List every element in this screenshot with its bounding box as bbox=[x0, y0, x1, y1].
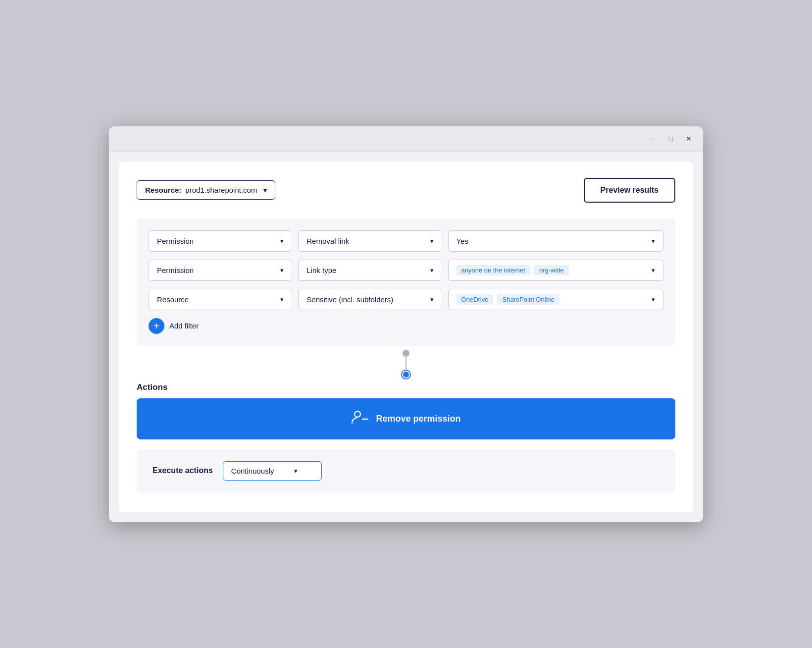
execute-dropdown-chevron: ▾ bbox=[294, 467, 298, 475]
top-bar: Resource: prod1.sharepoint.com ▾ Preview… bbox=[137, 178, 675, 203]
tag-org-wide: org-wide bbox=[534, 265, 569, 275]
filter-row-1: Permission ▾ Removal link ▾ Yes ▾ bbox=[149, 230, 663, 252]
tag-onedrive: OneDrive bbox=[457, 294, 494, 305]
filter-row-2: Permission ▾ Link type ▾ anyone on the i… bbox=[149, 260, 663, 281]
preview-results-button[interactable]: Preview results bbox=[584, 178, 675, 203]
execute-label: Execute actions bbox=[152, 466, 213, 475]
add-filter-row[interactable]: + Add filter bbox=[149, 318, 663, 334]
connector-top-dot bbox=[403, 350, 409, 357]
filter-link-type-label: Link type bbox=[306, 266, 336, 274]
minimize-button[interactable]: ─ bbox=[648, 133, 659, 144]
execute-dropdown[interactable]: Continuously ▾ bbox=[223, 461, 322, 481]
filter-resource[interactable]: Resource ▾ bbox=[149, 289, 292, 310]
remove-permission-button[interactable]: Remove permission bbox=[137, 398, 675, 439]
filter-sensitive-chevron: ▾ bbox=[430, 296, 434, 303]
actions-section: Actions Remove permission bbox=[137, 382, 675, 439]
filter-permission-2-label: Permission bbox=[157, 266, 194, 274]
filter-resource-tags-chevron: ▾ bbox=[652, 296, 655, 303]
filter-removal-link-label: Removal link bbox=[306, 237, 349, 245]
main-content: Resource: prod1.sharepoint.com ▾ Preview… bbox=[119, 162, 693, 512]
filter-yes-label: Yes bbox=[457, 237, 468, 245]
remove-permission-label: Remove permission bbox=[376, 414, 460, 424]
execute-section: Execute actions Continuously ▾ bbox=[137, 449, 675, 492]
execute-dropdown-value: Continuously bbox=[231, 467, 274, 475]
titlebar: ─ □ ✕ bbox=[109, 126, 703, 152]
close-button[interactable]: ✕ bbox=[683, 133, 694, 144]
filter-link-type-tags[interactable]: anyone on the internet org-wide ▾ bbox=[448, 260, 663, 281]
svg-point-0 bbox=[355, 411, 360, 417]
filter-permission-2[interactable]: Permission ▾ bbox=[149, 260, 292, 281]
filters-section: Permission ▾ Removal link ▾ Yes ▾ Permis… bbox=[137, 218, 675, 346]
filter-resource-chevron: ▾ bbox=[280, 296, 284, 303]
filter-removal-link[interactable]: Removal link ▾ bbox=[298, 230, 442, 252]
filter-sensitive[interactable]: Sensitive (incl. subfolders) ▾ bbox=[298, 289, 442, 310]
filter-yes[interactable]: Yes ▾ bbox=[448, 230, 663, 252]
filter-sensitive-label: Sensitive (incl. subfolders) bbox=[306, 295, 393, 304]
filter-row-3: Resource ▾ Sensitive (incl. subfolders) … bbox=[149, 289, 663, 310]
filter-resource-tags[interactable]: OneDrive SharePoint Online ▾ bbox=[448, 289, 663, 310]
add-filter-label: Add filter bbox=[169, 322, 199, 330]
actions-title: Actions bbox=[137, 382, 675, 392]
resource-prefix-label: Resource: bbox=[145, 186, 181, 194]
filter-resource-label: Resource bbox=[157, 295, 189, 304]
resource-value: prod1.sharepoint.com bbox=[185, 186, 257, 194]
filter-permission-2-chevron: ▾ bbox=[280, 267, 284, 274]
resource-chevron-icon: ▾ bbox=[263, 186, 267, 194]
filter-removal-link-chevron: ▾ bbox=[430, 237, 434, 245]
remove-permission-icon bbox=[351, 410, 369, 428]
filter-link-type-chevron: ▾ bbox=[430, 267, 434, 274]
filter-permission-1-chevron: ▾ bbox=[280, 237, 284, 245]
filter-link-type[interactable]: Link type ▾ bbox=[298, 260, 442, 281]
connector-bottom-dot bbox=[402, 371, 410, 378]
filter-permission-1-label: Permission bbox=[157, 237, 194, 245]
tag-anyone-internet: anyone on the internet bbox=[457, 265, 530, 275]
app-window: ─ □ ✕ Resource: prod1.sharepoint.com ▾ P… bbox=[109, 126, 703, 522]
filter-link-type-tags-chevron: ▾ bbox=[652, 267, 655, 274]
connector bbox=[137, 350, 675, 378]
filter-yes-chevron: ▾ bbox=[652, 237, 655, 245]
resource-dropdown[interactable]: Resource: prod1.sharepoint.com ▾ bbox=[137, 180, 275, 200]
maximize-button[interactable]: □ bbox=[665, 133, 676, 144]
connector-line bbox=[406, 357, 406, 371]
add-filter-icon: + bbox=[149, 318, 164, 334]
filter-permission-1[interactable]: Permission ▾ bbox=[149, 230, 292, 252]
tag-sharepoint-online: SharePoint Online bbox=[497, 294, 559, 305]
